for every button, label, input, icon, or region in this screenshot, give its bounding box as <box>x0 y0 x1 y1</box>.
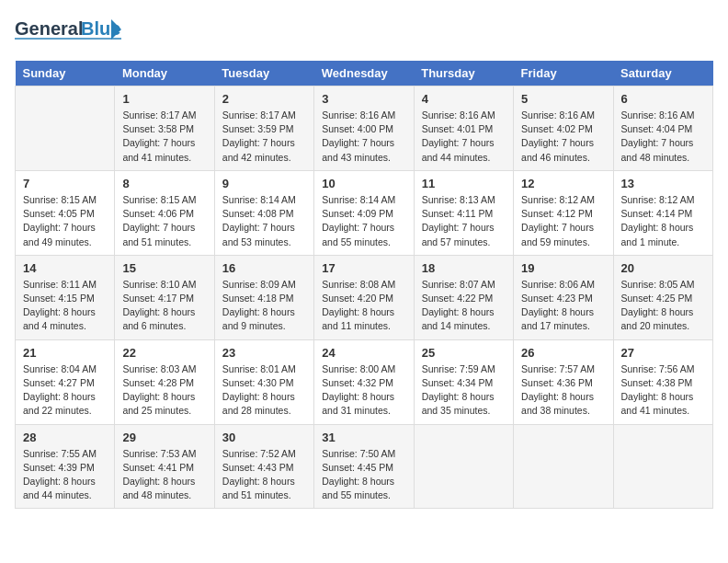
cell-5-7 <box>613 424 712 509</box>
cell-4-3: 23Sunrise: 8:01 AMSunset: 4:30 PMDayligh… <box>214 339 313 424</box>
cell-4-7: 27Sunrise: 7:56 AMSunset: 4:38 PMDayligh… <box>613 339 712 424</box>
day-number: 21 <box>23 346 107 360</box>
cell-detail: Sunrise: 8:11 AMSunset: 4:15 PMDaylight:… <box>23 278 107 334</box>
day-number: 12 <box>521 177 605 190</box>
cell-detail: Sunrise: 8:10 AMSunset: 4:17 PMDaylight:… <box>122 278 206 334</box>
day-number: 4 <box>422 92 506 106</box>
day-number: 1 <box>122 92 206 106</box>
day-number: 17 <box>322 261 405 275</box>
week-row-2: 7Sunrise: 8:15 AMSunset: 4:05 PMDaylight… <box>16 170 713 255</box>
cell-2-4: 10Sunrise: 8:14 AMSunset: 4:09 PMDayligh… <box>314 170 414 255</box>
day-number: 5 <box>521 92 605 106</box>
day-number: 29 <box>122 431 206 444</box>
cell-detail: Sunrise: 8:13 AMSunset: 4:11 PMDaylight:… <box>422 193 506 249</box>
week-row-1: 1Sunrise: 8:17 AMSunset: 3:58 PMDaylight… <box>16 86 713 171</box>
cell-5-4: 31Sunrise: 7:50 AMSunset: 4:45 PMDayligh… <box>314 424 414 509</box>
day-number: 30 <box>222 431 306 444</box>
day-number: 16 <box>222 261 306 275</box>
day-number: 19 <box>521 261 605 275</box>
cell-2-3: 9Sunrise: 8:14 AMSunset: 4:08 PMDaylight… <box>214 170 313 255</box>
cell-4-6: 26Sunrise: 7:57 AMSunset: 4:36 PMDayligh… <box>514 339 613 424</box>
cell-detail: Sunrise: 8:16 AMSunset: 4:04 PMDaylight:… <box>621 109 705 165</box>
cell-detail: Sunrise: 8:12 AMSunset: 4:14 PMDaylight:… <box>621 193 705 249</box>
cell-detail: Sunrise: 8:15 AMSunset: 4:06 PMDaylight:… <box>122 193 206 249</box>
day-number: 27 <box>621 346 705 360</box>
week-row-3: 14Sunrise: 8:11 AMSunset: 4:15 PMDayligh… <box>16 255 713 339</box>
cell-2-1: 7Sunrise: 8:15 AMSunset: 4:05 PMDaylight… <box>16 170 115 255</box>
cell-detail: Sunrise: 8:06 AMSunset: 4:23 PMDaylight:… <box>521 278 605 334</box>
cell-detail: Sunrise: 8:17 AMSunset: 3:59 PMDaylight:… <box>222 109 306 165</box>
cell-5-3: 30Sunrise: 7:52 AMSunset: 4:43 PMDayligh… <box>214 424 313 509</box>
cell-detail: Sunrise: 8:04 AMSunset: 4:27 PMDaylight:… <box>23 362 107 419</box>
logo-full-svg: General Blue <box>15 15 125 52</box>
cell-4-5: 25Sunrise: 7:59 AMSunset: 4:34 PMDayligh… <box>414 339 513 424</box>
day-number: 20 <box>621 261 705 275</box>
cell-detail: Sunrise: 7:59 AMSunset: 4:34 PMDaylight:… <box>422 362 506 419</box>
cell-detail: Sunrise: 8:12 AMSunset: 4:12 PMDaylight:… <box>521 193 605 249</box>
cell-3-1: 14Sunrise: 8:11 AMSunset: 4:15 PMDayligh… <box>16 255 115 339</box>
day-number: 2 <box>222 92 306 106</box>
day-number: 26 <box>521 346 605 360</box>
cell-5-5 <box>414 424 513 509</box>
header-thursday: Thursday <box>414 61 513 86</box>
day-number: 6 <box>621 92 705 106</box>
day-number: 28 <box>23 431 107 444</box>
cell-3-7: 20Sunrise: 8:05 AMSunset: 4:25 PMDayligh… <box>613 255 712 339</box>
cell-1-4: 3Sunrise: 8:16 AMSunset: 4:00 PMDaylight… <box>314 86 414 171</box>
header-wednesday: Wednesday <box>314 61 414 86</box>
day-number: 3 <box>322 92 405 106</box>
header-friday: Friday <box>514 61 613 86</box>
cell-2-7: 13Sunrise: 8:12 AMSunset: 4:14 PMDayligh… <box>613 170 712 255</box>
cell-detail: Sunrise: 7:53 AMSunset: 4:41 PMDaylight:… <box>122 447 206 503</box>
cell-detail: Sunrise: 7:56 AMSunset: 4:38 PMDaylight:… <box>621 362 705 419</box>
header-tuesday: Tuesday <box>214 61 313 86</box>
cell-detail: Sunrise: 7:52 AMSunset: 4:43 PMDaylight:… <box>222 447 306 503</box>
cell-1-2: 1Sunrise: 8:17 AMSunset: 3:58 PMDaylight… <box>115 86 214 171</box>
cell-4-1: 21Sunrise: 8:04 AMSunset: 4:27 PMDayligh… <box>16 339 115 424</box>
cell-detail: Sunrise: 8:16 AMSunset: 4:00 PMDaylight:… <box>322 109 405 165</box>
cell-5-2: 29Sunrise: 7:53 AMSunset: 4:41 PMDayligh… <box>115 424 214 509</box>
cell-detail: Sunrise: 8:09 AMSunset: 4:18 PMDaylight:… <box>222 278 306 334</box>
cell-3-6: 19Sunrise: 8:06 AMSunset: 4:23 PMDayligh… <box>514 255 613 339</box>
cell-3-5: 18Sunrise: 8:07 AMSunset: 4:22 PMDayligh… <box>414 255 513 339</box>
calendar-table: SundayMondayTuesdayWednesdayThursdayFrid… <box>15 61 713 509</box>
cell-3-3: 16Sunrise: 8:09 AMSunset: 4:18 PMDayligh… <box>214 255 313 339</box>
cell-1-1 <box>16 86 115 171</box>
cell-2-6: 12Sunrise: 8:12 AMSunset: 4:12 PMDayligh… <box>514 170 613 255</box>
cell-detail: Sunrise: 8:14 AMSunset: 4:09 PMDaylight:… <box>322 193 405 249</box>
cell-detail: Sunrise: 8:14 AMSunset: 4:08 PMDaylight:… <box>222 193 306 249</box>
day-number: 23 <box>222 346 306 360</box>
cell-1-3: 2Sunrise: 8:17 AMSunset: 3:59 PMDaylight… <box>214 86 313 171</box>
day-number: 13 <box>621 177 705 190</box>
cell-detail: Sunrise: 8:07 AMSunset: 4:22 PMDaylight:… <box>422 278 506 334</box>
header-monday: Monday <box>115 61 214 86</box>
cell-detail: Sunrise: 7:57 AMSunset: 4:36 PMDaylight:… <box>521 362 605 419</box>
cell-4-2: 22Sunrise: 8:03 AMSunset: 4:28 PMDayligh… <box>115 339 214 424</box>
logo: General Blue <box>15 15 125 52</box>
cell-5-6 <box>514 424 613 509</box>
day-number: 22 <box>122 346 206 360</box>
cell-3-2: 15Sunrise: 8:10 AMSunset: 4:17 PMDayligh… <box>115 255 214 339</box>
svg-text:General: General <box>15 18 83 39</box>
cell-detail: Sunrise: 8:17 AMSunset: 3:58 PMDaylight:… <box>122 109 206 165</box>
day-number: 18 <box>422 261 506 275</box>
day-number: 8 <box>122 177 206 190</box>
cell-detail: Sunrise: 8:00 AMSunset: 4:32 PMDaylight:… <box>322 362 405 419</box>
week-row-5: 28Sunrise: 7:55 AMSunset: 4:39 PMDayligh… <box>16 424 713 509</box>
cell-detail: Sunrise: 8:03 AMSunset: 4:28 PMDaylight:… <box>122 362 206 419</box>
cell-detail: Sunrise: 7:55 AMSunset: 4:39 PMDaylight:… <box>23 447 107 503</box>
cell-detail: Sunrise: 8:08 AMSunset: 4:20 PMDaylight:… <box>322 278 405 334</box>
header-sunday: Sunday <box>16 61 115 86</box>
cell-4-4: 24Sunrise: 8:00 AMSunset: 4:32 PMDayligh… <box>314 339 414 424</box>
day-number: 11 <box>422 177 506 190</box>
day-number: 15 <box>122 261 206 275</box>
cell-1-6: 5Sunrise: 8:16 AMSunset: 4:02 PMDaylight… <box>514 86 613 171</box>
day-number: 25 <box>422 346 506 360</box>
day-number: 9 <box>222 177 306 190</box>
cell-detail: Sunrise: 8:16 AMSunset: 4:02 PMDaylight:… <box>521 109 605 165</box>
day-number: 7 <box>23 177 107 190</box>
day-number: 14 <box>23 261 107 275</box>
header-row: SundayMondayTuesdayWednesdayThursdayFrid… <box>16 61 713 86</box>
day-number: 24 <box>322 346 405 360</box>
day-number: 10 <box>322 177 405 190</box>
